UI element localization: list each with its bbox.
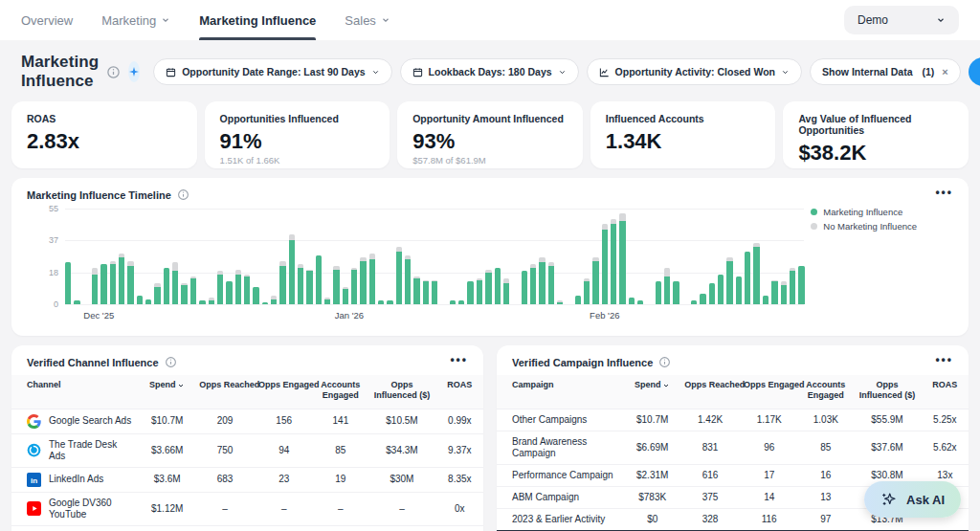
- row-name: 2023 & Earlier Activity: [512, 514, 605, 525]
- bar-segment-influence: [110, 264, 116, 304]
- data-cell: $6.69M: [624, 431, 680, 464]
- column-header-opps-engaged[interactable]: Opps Engaged: [255, 375, 314, 409]
- row-label-cell[interactable]: Google DV360 YouTube: [11, 492, 139, 525]
- data-cell: –: [255, 492, 314, 525]
- column-header-spend[interactable]: Spend: [624, 375, 680, 409]
- bar-segment-influence: [333, 270, 339, 304]
- info-icon[interactable]: [165, 356, 177, 368]
- filters-button[interactable]: Filters: [969, 57, 980, 86]
- column-header-channel[interactable]: Channel: [11, 375, 139, 409]
- row-label-cell[interactable]: Google Search Ads: [11, 409, 139, 433]
- timeline-bar: [467, 281, 473, 304]
- bar-segment-influence: [575, 296, 581, 304]
- timeline-bar: [333, 266, 339, 304]
- timeline-bar: [736, 277, 742, 304]
- data-cell: 14: [740, 486, 799, 508]
- nav-item-overview[interactable]: Overview: [21, 0, 73, 40]
- kpi-subtext: $57.8M of $61.9M: [412, 155, 568, 166]
- filter-pill-lookback-days-180-days[interactable]: Lookback Days: 180 Days: [400, 58, 579, 85]
- data-cell: $2.31M: [624, 464, 680, 486]
- bar-segment-influence: [753, 247, 759, 304]
- bar-segment-influence: [781, 285, 787, 304]
- filter-pill-opportunity-activity-closed-won[interactable]: Opportunity Activity: Closed Won: [587, 58, 802, 85]
- close-icon[interactable]: ×: [942, 66, 947, 77]
- channel-cell: The Trade Desk Ads: [27, 439, 135, 462]
- info-icon[interactable]: [658, 356, 671, 368]
- column-header-opps-influenced[interactable]: Opps Influenced ($): [853, 375, 921, 409]
- column-header-accounts-engaged[interactable]: Accounts Engaged: [799, 375, 854, 409]
- chart-legend: Marketing InfluenceNo Marketing Influenc…: [811, 207, 917, 232]
- filter-pill-show-internal-data[interactable]: Show Internal Data(1)×: [810, 58, 961, 85]
- column-header-campaign[interactable]: Campaign: [497, 375, 624, 409]
- chart-line-icon: [599, 67, 610, 77]
- kpi-card-opportunity-amount-influenced: Opportunity Amount Influenced93%$57.8M o…: [397, 101, 583, 168]
- bar-segment-no-influence: [172, 262, 178, 271]
- timeline-bar: [343, 287, 348, 304]
- column-header-roas[interactable]: ROAS: [436, 375, 483, 409]
- calendar-icon: [166, 67, 176, 77]
- page-header: Marketing Influence Opportunity Date Ran…: [0, 40, 980, 100]
- data-cell: 1.17K: [740, 409, 799, 431]
- column-header-roas[interactable]: ROAS: [922, 375, 969, 409]
- nav-item-sales[interactable]: Sales: [345, 0, 390, 40]
- info-icon[interactable]: [106, 65, 121, 79]
- timeline-bar: [235, 270, 241, 304]
- nav-item-marketing[interactable]: Marketing: [101, 0, 170, 40]
- column-header-opps-reached[interactable]: Opps Reached: [195, 375, 255, 409]
- nav-item-label: Marketing Influence: [199, 13, 316, 28]
- column-header-opps-engaged[interactable]: Opps Engaged: [740, 375, 799, 409]
- kpi-value: 1.34K: [606, 131, 761, 152]
- column-header-accounts-engaged[interactable]: Accounts Engaged: [314, 375, 368, 409]
- data-table: ChannelSpendOpps ReachedOpps EngagedAcco…: [11, 375, 483, 531]
- row-name: Other Campaigns: [512, 414, 587, 426]
- timeline-bar: [611, 219, 616, 304]
- timeline-bar: [673, 281, 679, 304]
- column-header-opps-reached[interactable]: Opps Reached: [680, 375, 740, 409]
- table-menu-button[interactable]: •••: [450, 353, 468, 366]
- row-label-cell[interactable]: fFacebook Ads: [11, 525, 139, 531]
- nav-item-marketing-influence[interactable]: Marketing Influence: [199, 0, 316, 40]
- filter-pill-opportunity-date-range-last-90-days[interactable]: Opportunity Date Range: Last 90 Days: [153, 58, 391, 85]
- column-header-spend[interactable]: Spend: [139, 375, 195, 409]
- data-cell: $851K: [139, 525, 195, 531]
- data-cell: 94: [255, 433, 314, 467]
- info-icon[interactable]: [177, 188, 189, 201]
- timeline-bar: [199, 300, 205, 304]
- bar-segment-influence: [181, 285, 187, 304]
- data-cell: 1.03K: [799, 409, 854, 431]
- row-label-cell[interactable]: 2023 & Earlier Activity: [497, 508, 624, 531]
- timeline-bar: [405, 255, 411, 304]
- table-menu-button[interactable]: •••: [935, 353, 953, 366]
- bar-segment-influence: [522, 271, 527, 304]
- row-label-cell[interactable]: Brand Awareness Campaign: [497, 431, 624, 464]
- channel-cell: ABM Campaign: [512, 492, 620, 503]
- row-label-cell[interactable]: Other Campaigns: [497, 409, 624, 431]
- row-label-cell[interactable]: ABM Campaign: [497, 486, 624, 508]
- row-label-cell[interactable]: inLinkedIn Ads: [11, 467, 139, 492]
- ai-sparkle-button[interactable]: [128, 61, 140, 82]
- chart-menu-button[interactable]: •••: [935, 186, 953, 199]
- timeline-bar: [700, 294, 705, 304]
- svg-text:in: in: [31, 476, 37, 484]
- timeline-bar: [324, 298, 330, 304]
- data-cell: 9.37x: [436, 433, 483, 467]
- timeline-bar: [477, 278, 482, 304]
- ask-ai-button[interactable]: Ask AI: [864, 481, 961, 518]
- data-cell: 141: [314, 409, 368, 433]
- row-label-cell[interactable]: The Trade Desk Ads: [11, 433, 139, 467]
- timeline-bar: [137, 296, 143, 304]
- data-cell: 23: [255, 467, 314, 492]
- timeline-bar: [771, 280, 777, 304]
- kpi-subtext: 1.51K of 1.66K: [220, 155, 375, 166]
- channel-cell: inLinkedIn Ads: [27, 473, 135, 487]
- bar-segment-influence: [92, 275, 98, 304]
- timeline-plot: 0183755Dec '25Jan '26Feb '26: [65, 209, 804, 304]
- timeline-bar: [485, 270, 491, 304]
- timeline-bar: [190, 277, 196, 304]
- data-cell: 750: [195, 433, 255, 467]
- kpi-card-roas: ROAS2.83x: [11, 101, 197, 168]
- workspace-selector[interactable]: Demo: [844, 6, 959, 34]
- row-label-cell[interactable]: Performance Campaign: [497, 464, 624, 486]
- bar-segment-influence: [423, 281, 429, 304]
- column-header-opps-influenced[interactable]: Opps Influenced ($): [368, 375, 435, 409]
